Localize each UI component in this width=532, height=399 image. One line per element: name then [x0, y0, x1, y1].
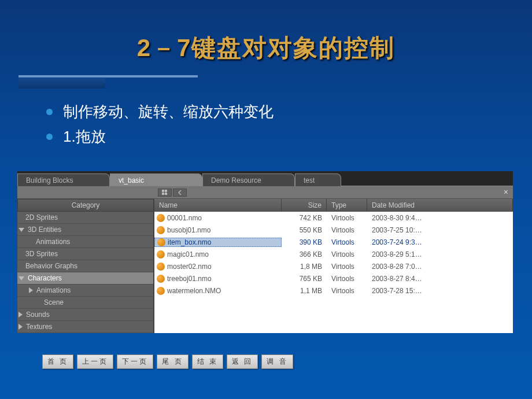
file-name-cell: item_box.nmo: [154, 238, 282, 247]
tab-vt-basic[interactable]: vt_basic: [110, 173, 202, 186]
toolbar: ×: [17, 186, 513, 199]
file-size: 1,1 MB: [282, 287, 327, 295]
file-date: 2003-8-30 9:4…: [367, 214, 513, 222]
chevron-down-icon: [19, 276, 24, 280]
file-name: item_box.nmo: [168, 238, 211, 246]
file-type: Virtools: [327, 263, 367, 271]
file-type: Virtools: [327, 287, 367, 295]
svg-rect-0: [162, 190, 164, 192]
sidebar-item-3d-entities[interactable]: 3D Entities: [17, 224, 153, 236]
file-icon: [157, 250, 165, 258]
svg-rect-1: [165, 190, 167, 192]
file-size: 1,8 MB: [282, 263, 327, 271]
file-name-cell: magic01.nmo: [154, 250, 282, 258]
file-name: busobj01.nmo: [167, 226, 210, 234]
chevron-right-icon: [19, 312, 23, 317]
file-row[interactable]: 00001.nmo742 KBVirtools2003-8-30 9:4…: [154, 212, 513, 224]
sidebar-item-3d-sprites[interactable]: 3D Sprites: [17, 248, 153, 260]
file-name-cell: watermelon.NMO: [154, 287, 282, 295]
sidebar-item-characters[interactable]: Characters: [17, 272, 153, 285]
bullet-list: 制作移动、旋转、缩放六种变化 1.拖放: [46, 102, 532, 147]
bullet-text: 1.拖放: [63, 127, 106, 147]
file-size: 550 KB: [282, 226, 327, 234]
file-size: 765 KB: [282, 275, 327, 283]
bullet-icon: [46, 134, 53, 140]
svg-rect-3: [165, 193, 167, 195]
file-type: Virtools: [327, 238, 367, 246]
col-type[interactable]: Type: [327, 199, 367, 211]
sidebar-item-animations-2[interactable]: Animations: [17, 285, 153, 297]
chevron-right-icon: [29, 287, 33, 293]
nav-end[interactable]: 结 束: [192, 354, 223, 369]
file-row[interactable]: item_box.nmo390 KBVirtools2003-7-24 9:3…: [154, 236, 513, 248]
file-name-cell: 00001.nmo: [154, 214, 282, 222]
sidebar-item-2d-sprites[interactable]: 2D Sprites: [17, 212, 153, 224]
file-row[interactable]: moster02.nmo1,8 MBVirtools2003-8-28 7:0…: [154, 260, 513, 272]
file-name: moster02.nmo: [167, 263, 212, 271]
category-sidebar: Category 2D Sprites 3D Entities Animatio…: [17, 199, 154, 333]
file-icon: [157, 275, 165, 283]
file-icon: [157, 263, 165, 271]
nav-home[interactable]: 首 页: [42, 354, 73, 369]
sidebar-item-sounds[interactable]: Sounds: [17, 309, 153, 321]
bullet-item: 制作移动、旋转、缩放六种变化: [46, 102, 532, 122]
chevron-right-icon: [19, 324, 23, 330]
file-icon: [157, 238, 165, 246]
col-name[interactable]: Name: [154, 199, 282, 211]
nav-next[interactable]: 下一页: [117, 354, 153, 369]
file-icon: [157, 226, 165, 234]
tab-building-blocks[interactable]: Building Blocks: [17, 173, 110, 186]
file-date: 2003-7-28 15:…: [367, 287, 513, 295]
chevron-down-icon: [19, 228, 24, 232]
file-date: 2003-7-24 9:3…: [367, 238, 513, 246]
file-name: treeboj01.nmo: [167, 275, 212, 283]
column-headers: Name Size Type Date Modified: [154, 199, 513, 212]
nav-back[interactable]: 返 回: [227, 354, 258, 369]
chevron-left-icon[interactable]: [173, 189, 187, 197]
file-row[interactable]: treeboj01.nmo765 KBVirtools2003-8-27 8:4…: [154, 272, 513, 285]
sidebar-item-textures[interactable]: Textures: [17, 321, 153, 333]
category-header: Category: [17, 199, 153, 212]
file-size: 742 KB: [282, 214, 327, 222]
close-icon[interactable]: ×: [504, 187, 508, 197]
file-name-cell: busobj01.nmo: [154, 226, 282, 234]
file-panel: Name Size Type Date Modified 00001.nmo74…: [154, 199, 513, 333]
file-name: 00001.nmo: [167, 214, 202, 222]
bullet-item: 1.拖放: [46, 127, 532, 147]
file-date: 2003-8-29 5:1…: [367, 250, 513, 258]
nav-sound[interactable]: 调 音: [261, 354, 293, 369]
tab-strip: Building Blocks vt_basic Demo Resource t…: [17, 171, 513, 186]
file-row[interactable]: magic01.nmo366 KBVirtools2003-8-29 5:1…: [154, 248, 513, 260]
sidebar-item-behavior-graphs[interactable]: Behavior Graphs: [17, 260, 153, 272]
nav-last[interactable]: 尾 页: [157, 354, 188, 369]
file-name: watermelon.NMO: [167, 287, 221, 295]
file-date: 2003-8-28 7:0…: [367, 263, 513, 271]
file-type: Virtools: [327, 275, 367, 283]
decor-rect: [19, 78, 105, 88]
bullet-text: 制作移动、旋转、缩放六种变化: [63, 102, 274, 122]
grid-view-icon[interactable]: [158, 189, 172, 197]
svg-rect-2: [162, 193, 164, 195]
file-type: Virtools: [327, 226, 367, 234]
sidebar-item-animations[interactable]: Animations: [17, 236, 153, 248]
decor-line: [19, 75, 198, 77]
file-size: 390 KB: [282, 238, 327, 246]
tab-test[interactable]: test: [295, 173, 341, 186]
file-row[interactable]: watermelon.NMO1,1 MBVirtools2003-7-28 15…: [154, 285, 513, 297]
file-icon: [157, 214, 165, 222]
file-type: Virtools: [327, 214, 367, 222]
file-name-cell: treeboj01.nmo: [154, 275, 282, 283]
file-row[interactable]: busobj01.nmo550 KBVirtools2003-7-25 10:…: [154, 224, 513, 236]
file-size: 366 KB: [282, 250, 327, 258]
slide-title: 2－7键盘对对象的控制: [0, 0, 532, 70]
file-icon: [157, 287, 165, 295]
sidebar-item-scene[interactable]: Scene: [17, 297, 153, 309]
nav-buttons: 首 页 上一页 下一页 尾 页 结 束 返 回 调 音: [42, 354, 293, 369]
col-date[interactable]: Date Modified: [367, 199, 513, 211]
tab-demo-resource[interactable]: Demo Resource: [202, 173, 295, 186]
col-size[interactable]: Size: [282, 199, 327, 211]
file-name-cell: moster02.nmo: [154, 263, 282, 271]
file-date: 2003-8-27 8:4…: [367, 275, 513, 283]
nav-prev[interactable]: 上一页: [77, 354, 113, 369]
bullet-icon: [46, 109, 53, 115]
